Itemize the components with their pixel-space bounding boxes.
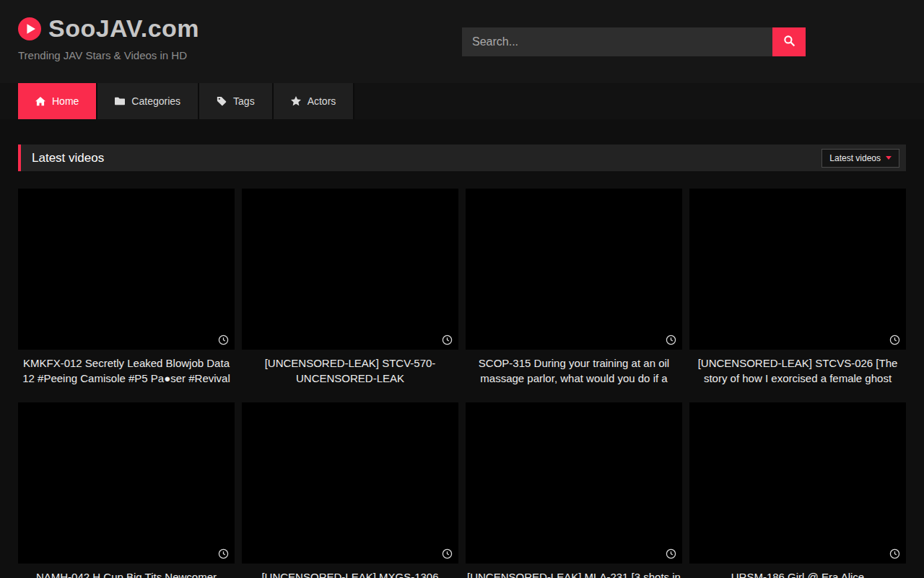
video-thumbnail[interactable] xyxy=(466,402,682,564)
clock-icon xyxy=(889,335,900,345)
site-title: SooJAV.com xyxy=(48,14,199,43)
search-input[interactable] xyxy=(462,27,772,56)
star-icon xyxy=(291,96,301,106)
tag-icon xyxy=(217,96,227,106)
clock-icon xyxy=(442,335,453,345)
nav-item-label: Home xyxy=(52,95,79,107)
nav-item-actors[interactable]: Actors xyxy=(274,83,355,119)
video-title[interactable]: [UNCENSORED-LEAK] MLA-231 [3 shots in xyxy=(466,570,682,578)
nav-item-label: Actors xyxy=(308,95,336,107)
site-tagline: Trending JAV Stars & Videos in HD xyxy=(18,49,199,61)
nav-item-home[interactable]: Home xyxy=(18,83,97,119)
video-thumbnail[interactable] xyxy=(466,189,682,350)
video-card[interactable]: [UNCENSORED-LEAK] MLA-231 [3 shots in xyxy=(466,402,682,578)
play-icon xyxy=(18,17,41,40)
search-button[interactable] xyxy=(772,27,806,56)
video-thumbnail[interactable] xyxy=(689,402,906,564)
video-grid: KMKFX-012 Secretly Leaked Blowjob Data 1… xyxy=(18,189,906,578)
video-title[interactable]: URSM-186 Girl @ Era Alice xyxy=(689,570,906,578)
main-content: Latest videos Latest videos KMKFX-012 Se… xyxy=(0,119,924,578)
nav-item-tags[interactable]: Tags xyxy=(199,83,274,119)
site-logo[interactable]: SooJAV.com xyxy=(18,14,199,43)
video-title[interactable]: SCOP-315 During your training at an oil … xyxy=(466,356,682,387)
site-header: SooJAV.com Trending JAV Stars & Videos i… xyxy=(0,0,924,83)
video-card[interactable]: [UNCENSORED-LEAK] MXGS-1306 Absolutely xyxy=(242,402,458,578)
video-card[interactable]: [UNCENSORED-LEAK] STCVS-026 [The story o… xyxy=(689,189,906,387)
video-title[interactable]: KMKFX-012 Secretly Leaked Blowjob Data 1… xyxy=(18,356,235,387)
video-card[interactable]: KMKFX-012 Secretly Leaked Blowjob Data 1… xyxy=(18,189,235,387)
clock-icon xyxy=(666,335,676,345)
caret-down-icon xyxy=(886,156,892,160)
video-card[interactable]: [UNCENSORED-LEAK] STCV-570-UNCENSORED-LE… xyxy=(242,189,458,387)
folder-icon xyxy=(115,96,125,106)
video-title[interactable]: [UNCENSORED-LEAK] STCV-570-UNCENSORED-LE… xyxy=(242,356,458,386)
main-nav: Home Categories Tags Actors xyxy=(0,83,924,119)
search-box xyxy=(462,27,806,56)
video-card[interactable]: URSM-186 Girl @ Era Alice xyxy=(689,402,906,578)
video-thumbnail[interactable] xyxy=(18,402,235,564)
video-card[interactable]: SCOP-315 During your training at an oil … xyxy=(466,189,682,387)
clock-icon xyxy=(666,548,676,559)
video-title[interactable]: NAMH-042 H Cup Big Tits Newcomer (170cm … xyxy=(18,570,235,578)
video-thumbnail[interactable] xyxy=(242,189,458,350)
sort-dropdown-label: Latest videos xyxy=(829,153,881,163)
video-title[interactable]: [UNCENSORED-LEAK] STCVS-026 [The story o… xyxy=(689,356,906,387)
video-card[interactable]: NAMH-042 H Cup Big Tits Newcomer (170cm … xyxy=(18,402,235,578)
clock-icon xyxy=(442,548,453,559)
video-thumbnail[interactable] xyxy=(242,402,458,564)
video-thumbnail[interactable] xyxy=(689,189,906,350)
section-title: Latest videos xyxy=(32,151,104,165)
nav-item-categories[interactable]: Categories xyxy=(97,83,199,119)
sort-dropdown[interactable]: Latest videos xyxy=(821,149,899,168)
video-thumbnail[interactable] xyxy=(18,189,235,350)
nav-item-label: Categories xyxy=(131,95,180,107)
clock-icon xyxy=(889,548,900,559)
search-icon xyxy=(783,35,796,49)
section-header: Latest videos Latest videos xyxy=(18,144,906,171)
clock-icon xyxy=(218,548,229,559)
clock-icon xyxy=(218,335,229,345)
logo-block: SooJAV.com Trending JAV Stars & Videos i… xyxy=(18,14,199,61)
video-title[interactable]: [UNCENSORED-LEAK] MXGS-1306 Absolutely xyxy=(242,570,458,578)
nav-item-label: Tags xyxy=(233,95,255,107)
home-icon xyxy=(35,96,45,106)
